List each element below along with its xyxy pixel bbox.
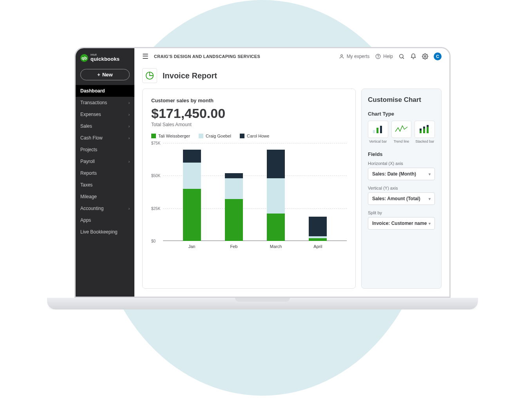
- x-tick: Feb: [225, 244, 243, 249]
- brand-text: intuit quickbooks: [91, 54, 119, 62]
- sidebar-item-reports[interactable]: Reports: [76, 167, 134, 179]
- new-button-label: New: [102, 72, 113, 78]
- laptop-frame: qb intuit quickbooks + New DashboardTran…: [74, 47, 451, 310]
- bar-april: [309, 217, 327, 241]
- y-axis-select[interactable]: Sales: Amount (Total) ▾: [368, 192, 435, 205]
- customise-panel: Customise Chart Chart Type Vertical barT…: [361, 89, 442, 289]
- chevron-right-icon: ›: [129, 112, 130, 117]
- chevron-right-icon: ›: [129, 159, 130, 164]
- sidebar-item-live-bookkeeping[interactable]: Live Bookkeeping: [76, 226, 134, 238]
- topbar: ☰ CRAIG'S DESIGN AND LANDSCAPING SERVICE…: [134, 48, 449, 65]
- x-tick: Jan: [183, 244, 201, 249]
- y-axis-label: Vertical (Y) axis: [368, 186, 435, 190]
- sidebar-item-taxes[interactable]: Taxes: [76, 179, 134, 191]
- bar-segment: [309, 238, 327, 241]
- sidebar-item-mileage[interactable]: Mileage: [76, 191, 134, 203]
- qb-logo-icon: qb: [80, 54, 88, 62]
- bar-segment: [267, 214, 285, 241]
- menu-icon[interactable]: ☰: [142, 52, 148, 61]
- svg-rect-6: [377, 128, 378, 133]
- brand-logo: qb intuit quickbooks: [76, 48, 134, 66]
- app-screen: qb intuit quickbooks + New DashboardTran…: [74, 47, 451, 298]
- page-title: Invoice Report: [163, 71, 217, 80]
- legend-item: Craig Goebel: [199, 134, 231, 138]
- bar-segment: [225, 199, 243, 241]
- chevron-right-icon: ›: [129, 206, 130, 211]
- chevron-down-icon: ▾: [429, 221, 431, 226]
- bar-feb: [225, 173, 243, 241]
- chart-type-icon: [391, 121, 412, 138]
- search-icon[interactable]: [398, 53, 405, 60]
- svg-point-0: [340, 54, 342, 56]
- bar-segment: [267, 150, 285, 178]
- legend-swatch: [240, 134, 244, 138]
- chart-type-icon: [368, 121, 388, 138]
- sidebar-item-dashboard[interactable]: Dashboard: [76, 85, 134, 97]
- svg-rect-5: [373, 130, 375, 133]
- chart-card: Customer sales by month $171,450.00 Tota…: [142, 89, 356, 289]
- bar-segment: [183, 189, 201, 241]
- my-experts-link[interactable]: My experts: [339, 53, 370, 60]
- chart-title: Customer sales by month: [151, 98, 347, 103]
- fields-label: Fields: [368, 151, 435, 157]
- bar-segment: [309, 217, 327, 236]
- chevron-right-icon: ›: [129, 136, 130, 140]
- chevron-down-icon: ▾: [429, 172, 431, 176]
- sidebar-item-apps[interactable]: Apps: [76, 214, 134, 226]
- sidebar-item-sales[interactable]: Sales›: [76, 120, 134, 132]
- legend-item: Tali Weissberger: [151, 134, 190, 138]
- y-tick: $75K: [151, 141, 160, 145]
- sidebar-item-accounting[interactable]: Accounting›: [76, 203, 134, 214]
- new-button[interactable]: + New: [80, 69, 130, 80]
- total-amount: $171,450.00: [151, 106, 347, 121]
- report-icon: [142, 68, 157, 83]
- sidebar-item-cash-flow[interactable]: Cash Flow›: [76, 132, 134, 144]
- legend-swatch: [199, 134, 203, 138]
- help-link[interactable]: Help: [375, 53, 393, 60]
- company-name: CRAIG'S DESIGN AND LANDSCAPING SERVICES: [154, 54, 260, 59]
- chart-type-vertical-bar[interactable]: Vertical bar: [368, 121, 388, 143]
- chevron-right-icon: ›: [129, 124, 130, 129]
- person-icon: [339, 53, 345, 60]
- total-label: Total Sales Amount: [151, 122, 347, 127]
- plus-icon: +: [97, 72, 100, 78]
- svg-point-3: [400, 54, 403, 58]
- legend-swatch: [151, 134, 156, 138]
- sidebar: qb intuit quickbooks + New DashboardTran…: [76, 48, 134, 297]
- customise-title: Customise Chart: [368, 96, 435, 104]
- svg-point-2: [378, 58, 378, 58]
- bell-icon[interactable]: [410, 53, 416, 60]
- chevron-right-icon: ›: [129, 101, 130, 105]
- bar-segment: [267, 178, 285, 214]
- legend-item: Carol Howe: [240, 134, 269, 138]
- gear-icon[interactable]: [422, 53, 428, 60]
- help-icon: [375, 53, 381, 60]
- x-axis-label: Horizontal (X) axis: [368, 161, 435, 166]
- bar-march: [267, 150, 285, 241]
- sidebar-item-expenses[interactable]: Expenses›: [76, 109, 134, 120]
- split-by-select[interactable]: Invoice: Customer name ▾: [368, 217, 435, 230]
- y-tick: $0: [151, 239, 156, 243]
- bar-segment: [183, 163, 201, 189]
- sidebar-item-payroll[interactable]: Payroll›: [76, 156, 134, 167]
- chart-type-trend-line[interactable]: Trend line: [391, 121, 412, 143]
- bar-jan: [183, 150, 201, 241]
- x-tick: April: [309, 244, 327, 249]
- x-axis-select[interactable]: Sales: Date (Month) ▾: [368, 168, 435, 180]
- bar-segment: [183, 150, 201, 163]
- chart-legend: Tali WeissbergerCraig GoebelCarol Howe: [151, 134, 347, 138]
- svg-rect-9: [420, 129, 422, 130]
- page-header: Invoice Report: [134, 65, 449, 89]
- laptop-base: [47, 298, 478, 310]
- bar-segment: [225, 178, 243, 199]
- chart-type-icon: [415, 121, 435, 138]
- avatar[interactable]: C: [434, 52, 442, 60]
- sidebar-item-projects[interactable]: Projects: [76, 144, 134, 156]
- chart-type-label: Chart Type: [368, 111, 435, 117]
- bar-segment: [225, 173, 243, 178]
- svg-rect-12: [427, 127, 429, 133]
- chart-type-stacked-bar[interactable]: Stacked bar: [415, 121, 435, 143]
- y-tick: $25K: [151, 206, 160, 210]
- chart-plot: $0$25K$50K$75KJanFebMarchApril: [163, 143, 347, 249]
- sidebar-item-transactions[interactable]: Transactions›: [76, 97, 134, 109]
